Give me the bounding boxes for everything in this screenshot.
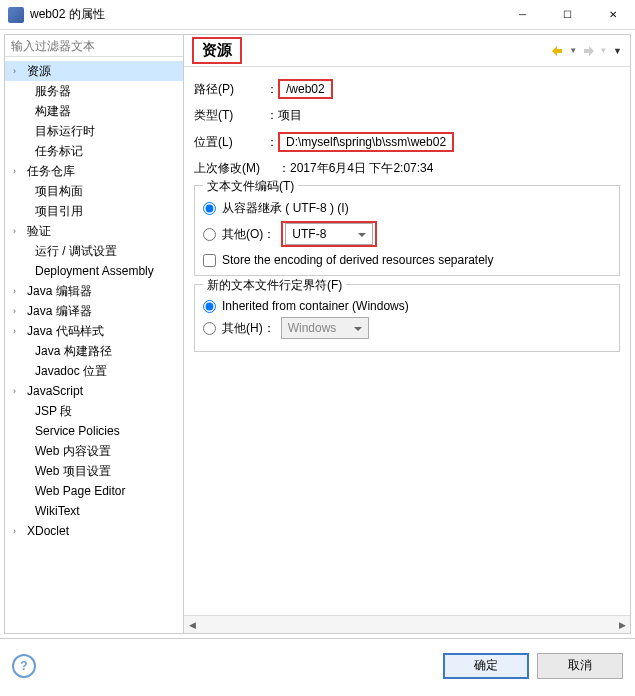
window-title: web02 的属性: [30, 6, 500, 23]
encoding-other-radio[interactable]: [203, 228, 216, 241]
tree-item-label: Web 项目设置: [33, 463, 111, 480]
page-heading: 资源: [192, 37, 242, 64]
tree-item[interactable]: 构建器: [5, 101, 183, 121]
tree-item[interactable]: Web 内容设置: [5, 441, 183, 461]
tree-item[interactable]: 任务标记: [5, 141, 183, 161]
twisty-icon: ›: [13, 166, 25, 176]
tree-item-label: Java 代码样式: [25, 323, 104, 340]
encoding-other-option[interactable]: 其他(O) ： UTF-8: [203, 221, 611, 247]
nav-forward-button[interactable]: [579, 42, 597, 60]
encoding-inherit-radio[interactable]: [203, 202, 216, 215]
modified-row: 上次修改(M) ： 2017年6月4日 下午2:07:34: [194, 160, 620, 177]
tree-item[interactable]: ›XDoclet: [5, 521, 183, 541]
tree-item[interactable]: 服务器: [5, 81, 183, 101]
ok-button[interactable]: 确定: [443, 653, 529, 679]
tree-item[interactable]: ›JavaScript: [5, 381, 183, 401]
store-encoding-row[interactable]: Store the encoding of derived resources …: [203, 253, 611, 267]
encoding-group-title: 文本文件编码(T): [203, 178, 298, 195]
tree-item[interactable]: 运行 / 调试设置: [5, 241, 183, 261]
encoding-inherit-option[interactable]: 从容器继承 ( UTF-8 ) (I): [203, 200, 611, 217]
scroll-left-icon[interactable]: ◀: [184, 618, 200, 632]
tree-item-label: XDoclet: [25, 524, 69, 538]
tree-item-label: 服务器: [33, 83, 71, 100]
delimiter-combo: Windows: [281, 317, 369, 339]
scroll-right-icon[interactable]: ▶: [614, 618, 630, 632]
delimiter-other-radio[interactable]: [203, 322, 216, 335]
tree-item[interactable]: ›任务仓库: [5, 161, 183, 181]
close-button[interactable]: ✕: [590, 0, 635, 30]
main-panel: 资源 ▼ ▼ ▼ 路径(P) ： /web02 类型(T) ： 项目 位置(L)…: [184, 34, 631, 634]
main-header: 资源 ▼ ▼ ▼: [184, 35, 630, 67]
twisty-icon: ›: [13, 526, 25, 536]
tree-item[interactable]: Web 项目设置: [5, 461, 183, 481]
cancel-button[interactable]: 取消: [537, 653, 623, 679]
type-row: 类型(T) ： 项目: [194, 107, 620, 124]
delimiter-inherit-option[interactable]: Inherited from container (Windows): [203, 299, 611, 313]
tree-item[interactable]: ›验证: [5, 221, 183, 241]
tree-item-label: Web 内容设置: [33, 443, 111, 460]
tree[interactable]: ›资源服务器构建器目标运行时任务标记›任务仓库项目构面项目引用›验证运行 / 调…: [5, 57, 183, 633]
modified-label: 上次修改(M): [194, 160, 278, 177]
tree-item-label: 验证: [25, 223, 51, 240]
encoding-group: 文本文件编码(T) 从容器继承 ( UTF-8 ) (I) 其他(O) ： UT…: [194, 185, 620, 276]
delimiter-group-title: 新的文本文件行定界符(F): [203, 277, 346, 294]
content: ›资源服务器构建器目标运行时任务标记›任务仓库项目构面项目引用›验证运行 / 调…: [0, 30, 635, 638]
tree-item[interactable]: Service Policies: [5, 421, 183, 441]
menu-dropdown-icon[interactable]: ▼: [613, 46, 622, 56]
horizontal-scrollbar[interactable]: ◀ ▶: [184, 615, 630, 633]
maximize-button[interactable]: ☐: [545, 0, 590, 30]
tree-item-label: Web Page Editor: [33, 484, 126, 498]
tree-item-label: JSP 段: [33, 403, 72, 420]
tree-item[interactable]: Java 构建路径: [5, 341, 183, 361]
help-button[interactable]: ?: [12, 654, 36, 678]
main-body: 路径(P) ： /web02 类型(T) ： 项目 位置(L) ： D:\mys…: [184, 67, 630, 615]
tree-item-label: Deployment Assembly: [33, 264, 154, 278]
delimiter-other-option[interactable]: 其他(H) ： Windows: [203, 317, 611, 339]
tree-item[interactable]: WikiText: [5, 501, 183, 521]
tree-item-label: JavaScript: [25, 384, 83, 398]
twisty-icon: ›: [13, 226, 25, 236]
app-icon: [8, 7, 24, 23]
location-value: D:\myself\spring\b\ssm\web02: [278, 132, 454, 152]
tree-item[interactable]: 项目构面: [5, 181, 183, 201]
tree-item-label: 任务仓库: [25, 163, 75, 180]
filter-input[interactable]: [5, 35, 183, 57]
store-encoding-label: Store the encoding of derived resources …: [222, 253, 494, 267]
tree-item[interactable]: Deployment Assembly: [5, 261, 183, 281]
sidebar: ›资源服务器构建器目标运行时任务标记›任务仓库项目构面项目引用›验证运行 / 调…: [4, 34, 184, 634]
encoding-inherit-label: 从容器继承 ( UTF-8 ) (I): [222, 200, 349, 217]
tree-item[interactable]: Javadoc 位置: [5, 361, 183, 381]
dropdown-icon[interactable]: ▼: [569, 46, 577, 55]
delimiter-other-label: 其他(H): [222, 320, 263, 337]
tree-item[interactable]: ›资源: [5, 61, 183, 81]
twisty-icon: ›: [13, 286, 25, 296]
tree-item-label: Java 编辑器: [25, 283, 92, 300]
tree-item-label: 运行 / 调试设置: [33, 243, 117, 260]
delimiter-inherit-label: Inherited from container (Windows): [222, 299, 409, 313]
nav-back-button[interactable]: [549, 42, 567, 60]
delimiter-group: 新的文本文件行定界符(F) Inherited from container (…: [194, 284, 620, 352]
tree-item-label: 项目引用: [33, 203, 83, 220]
twisty-icon: ›: [13, 386, 25, 396]
encoding-combo[interactable]: UTF-8: [285, 223, 373, 245]
dropdown-icon[interactable]: ▼: [599, 46, 607, 55]
minimize-button[interactable]: ─: [500, 0, 545, 30]
tree-item[interactable]: 项目引用: [5, 201, 183, 221]
path-row: 路径(P) ： /web02: [194, 79, 620, 99]
tree-item[interactable]: Web Page Editor: [5, 481, 183, 501]
tree-item-label: Java 编译器: [25, 303, 92, 320]
type-value: 项目: [278, 107, 302, 124]
tree-item[interactable]: 目标运行时: [5, 121, 183, 141]
tree-item[interactable]: ›Java 编译器: [5, 301, 183, 321]
location-label: 位置(L): [194, 134, 266, 151]
delimiter-inherit-radio[interactable]: [203, 300, 216, 313]
tree-item[interactable]: ›Java 代码样式: [5, 321, 183, 341]
store-encoding-checkbox[interactable]: [203, 254, 216, 267]
tree-item-label: 资源: [25, 63, 51, 80]
tree-item-label: 项目构面: [33, 183, 83, 200]
tree-item[interactable]: JSP 段: [5, 401, 183, 421]
path-value: /web02: [278, 79, 333, 99]
tree-item[interactable]: ›Java 编辑器: [5, 281, 183, 301]
path-label: 路径(P): [194, 81, 266, 98]
type-label: 类型(T): [194, 107, 266, 124]
